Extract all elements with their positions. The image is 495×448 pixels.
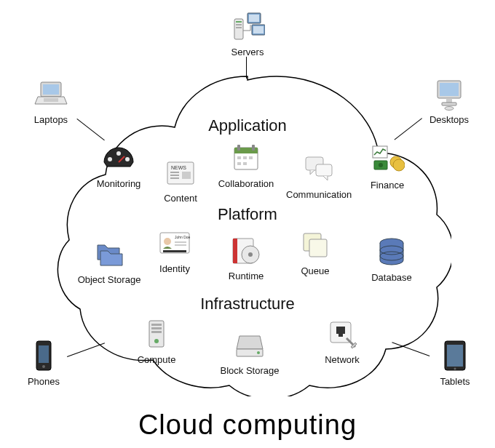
tablets-label: Tablets: [422, 376, 488, 387]
servers-label: Servers: [215, 47, 280, 57]
finance-icon: [370, 142, 405, 177]
collaboration-label: Collaboration: [213, 178, 279, 189]
svg-point-24: [108, 157, 112, 161]
application-heading: Application: [175, 116, 320, 135]
svg-text:NEWS: NEWS: [171, 165, 186, 170]
diagram-title: Cloud computing: [0, 409, 495, 441]
communication-label: Communication: [286, 189, 352, 200]
svg-rect-73: [336, 327, 345, 334]
svg-rect-67: [151, 327, 162, 329]
block-storage-node: Block Storage: [217, 327, 282, 376]
communication-node: Communication: [286, 151, 352, 200]
svg-rect-37: [252, 145, 255, 151]
svg-rect-44: [316, 164, 332, 176]
svg-rect-61: [309, 239, 327, 257]
svg-rect-41: [237, 162, 241, 165]
svg-rect-14: [440, 83, 459, 96]
svg-rect-33: [182, 172, 191, 179]
folders-icon: [92, 236, 127, 271]
laptops-label: Laptops: [18, 114, 84, 125]
platform-heading: Platform: [175, 205, 320, 224]
svg-rect-39: [243, 156, 247, 159]
monitoring-label: Monitoring: [86, 178, 151, 189]
svg-rect-7: [253, 26, 264, 33]
drive-icon: [232, 327, 267, 362]
runtime-node: Runtime: [213, 233, 279, 281]
svg-rect-32: [170, 177, 179, 179]
laptops-node: Laptops: [18, 76, 84, 125]
svg-rect-22: [447, 345, 463, 367]
newspaper-icon: NEWS: [163, 155, 198, 190]
svg-rect-31: [170, 175, 179, 176]
svg-rect-45: [373, 146, 387, 158]
chat-icon: [301, 151, 336, 186]
svg-rect-36: [237, 145, 240, 151]
desktops-label: Desktops: [416, 114, 482, 125]
compute-node: Compute: [124, 316, 189, 365]
svg-rect-57: [233, 239, 237, 263]
runtime-icon: [229, 233, 264, 268]
queue-node: Queue: [282, 228, 348, 276]
monitoring-node: Monitoring: [86, 140, 151, 189]
svg-point-49: [393, 159, 405, 171]
content-label: Content: [148, 193, 213, 204]
svg-rect-66: [151, 324, 162, 326]
svg-rect-11: [43, 84, 59, 95]
svg-rect-5: [249, 15, 259, 22]
svg-rect-74: [338, 334, 343, 337]
svg-rect-53: [175, 241, 186, 243]
desktop-icon: [432, 76, 467, 111]
tablets-node: Tablets: [422, 338, 488, 387]
svg-point-71: [257, 351, 260, 354]
svg-rect-16: [442, 103, 456, 105]
svg-rect-38: [237, 156, 241, 159]
svg-rect-42: [243, 162, 247, 165]
database-label: Database: [359, 272, 424, 283]
database-node: Database: [359, 234, 424, 283]
svg-point-20: [42, 365, 45, 368]
svg-rect-55: [163, 250, 186, 252]
tablet-icon: [437, 338, 472, 373]
collaboration-node: Collaboration: [213, 140, 279, 189]
network-label: Network: [309, 354, 375, 365]
identity-node: John Doe Identity: [142, 225, 207, 274]
phones-node: Phones: [11, 338, 76, 387]
desktops-node: Desktops: [416, 76, 482, 125]
finance-node: Finance: [355, 142, 420, 191]
svg-rect-30: [170, 172, 179, 173]
compute-label: Compute: [124, 354, 189, 365]
servers-node: Servers: [215, 9, 280, 57]
svg-rect-12: [44, 98, 58, 102]
database-icon: [374, 234, 409, 269]
identity-label: Identity: [142, 263, 207, 274]
servers-icon: [230, 9, 265, 44]
svg-rect-19: [39, 345, 49, 363]
svg-point-23: [454, 368, 456, 370]
server-icon: [139, 316, 174, 351]
object-storage-label: Object Storage: [76, 274, 142, 285]
svg-rect-2: [236, 24, 242, 25]
block-storage-label: Block Storage: [217, 365, 282, 376]
svg-rect-40: [249, 156, 253, 159]
svg-text:John Doe: John Doe: [175, 235, 191, 239]
runtime-label: Runtime: [213, 271, 279, 281]
network-node: Network: [309, 316, 375, 365]
queue-label: Queue: [282, 265, 348, 276]
id-card-icon: John Doe: [157, 225, 192, 260]
svg-rect-3: [236, 27, 242, 28]
phone-icon: [26, 338, 61, 373]
svg-rect-15: [446, 98, 452, 103]
svg-point-69: [154, 339, 159, 343]
finance-label: Finance: [355, 180, 420, 191]
infrastructure-heading: Infrastructure: [175, 295, 320, 313]
svg-point-25: [116, 151, 121, 156]
svg-point-47: [379, 163, 383, 167]
svg-rect-1: [236, 21, 242, 23]
laptop-icon: [33, 76, 68, 111]
calendar-icon: [229, 140, 264, 175]
network-icon: [325, 316, 360, 351]
svg-point-51: [164, 238, 171, 245]
svg-rect-68: [151, 331, 162, 333]
connector-servers: [246, 57, 247, 79]
object-storage-node: Object Storage: [76, 236, 142, 285]
